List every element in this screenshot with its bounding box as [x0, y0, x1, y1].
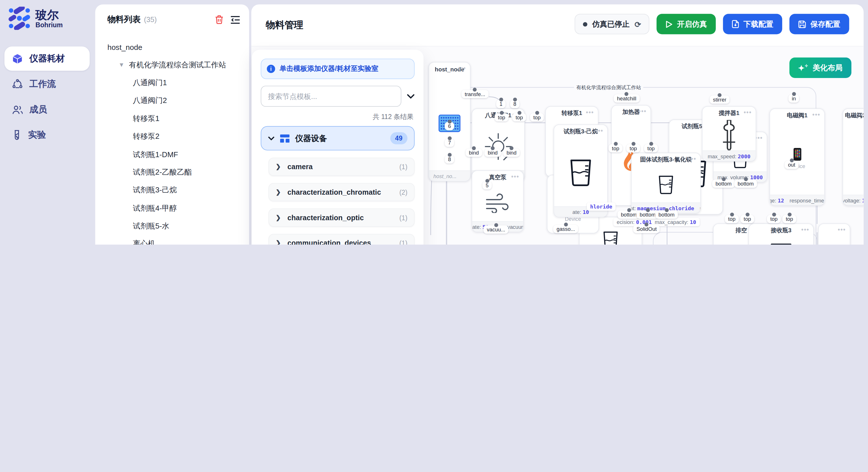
port-chip-1[interactable]: 1 [496, 100, 506, 108]
group-label: 有机化学流程综合测试工作站 [574, 84, 643, 91]
node-menu-icon[interactable]: ••• [744, 109, 752, 115]
trash-icon[interactable] [215, 15, 224, 24]
tree-item[interactable]: 试剂瓶2-乙酸乙酯 [107, 164, 245, 181]
node-menu-icon[interactable]: ••• [812, 111, 820, 118]
main-header: 物料管理 仿真已停止 ⟳ 开启仿真 下载配置 保存配置 [251, 4, 864, 46]
chevron-down-icon [268, 136, 274, 140]
template-category-characterization_optic[interactable]: ❯characterization_optic(1) [268, 208, 414, 227]
node-menu-icon[interactable]: ••• [595, 127, 603, 134]
node-menu-icon[interactable]: ••• [688, 156, 696, 162]
port-chip-top[interactable]: top [782, 215, 797, 223]
node-menu-icon[interactable]: ••• [856, 111, 864, 118]
port-chip-top[interactable]: top [725, 215, 739, 223]
tree-item[interactable]: 试剂瓶5-水 [107, 217, 245, 235]
canvas-node-接收瓶3[interactable]: 接收瓶3•••max_volume: 250 [748, 224, 814, 245]
sidebar-item-members[interactable]: 成员 [4, 97, 90, 122]
node-title: 转移泵1••• [546, 107, 598, 120]
port-chip-5[interactable]: 5 [482, 181, 492, 190]
node-menu-icon[interactable]: ••• [458, 65, 466, 71]
port-chip-out[interactable]: out [785, 161, 799, 169]
port-chip-8[interactable]: 8 [445, 155, 454, 164]
sidebar-item-workflow[interactable]: 工作流 [4, 72, 90, 96]
port-chip-bind[interactable]: bind [466, 148, 482, 157]
save-config-button[interactable]: 保存配置 [789, 14, 849, 34]
search-input[interactable] [260, 86, 401, 107]
beaker-icon [568, 158, 594, 187]
node-menu-icon[interactable]: ••• [838, 226, 846, 233]
workflow-icon [12, 79, 23, 90]
tree-item-group[interactable]: ▼有机化学流程综合测试工作站 [107, 56, 245, 74]
port-chip-in[interactable]: in [788, 94, 799, 103]
node-menu-icon[interactable]: ••• [639, 108, 647, 114]
port-chip-8[interactable]: 8 [510, 100, 520, 108]
port-chip-top[interactable]: top [626, 144, 640, 152]
beautify-layout-button[interactable]: ✦✧ 美化布局 [789, 58, 851, 78]
port-chip-top[interactable]: top [609, 144, 623, 152]
port-chip-7[interactable]: 7 [445, 138, 454, 147]
canvas-node-电磁阀2[interactable]: 电磁阀2•••voltage: 12 [842, 108, 863, 206]
canvas-node-搅拌器1[interactable]: 搅拌器1•••max_speed: 2000 [702, 106, 756, 162]
port-chip-top[interactable]: top [740, 215, 754, 223]
canvas-node-固体试剂瓶3-氯化镁[interactable]: 固体试剂瓶3-氯化镁•••agent: magnesium_chlorideph… [631, 153, 701, 213]
layout-grid-icon [280, 134, 290, 142]
node-menu-icon[interactable]: ••• [801, 226, 809, 233]
port-chip-bottom[interactable]: bottom [734, 179, 757, 188]
port-chip-top[interactable]: top [530, 113, 544, 121]
simulation-status-pill: 仿真已停止 ⟳ [575, 14, 649, 34]
node-menu-icon[interactable]: ••• [586, 109, 594, 115]
port-chip-top[interactable]: top [644, 144, 658, 152]
outdent-icon[interactable] [230, 15, 240, 24]
node-menu-icon[interactable]: ••• [511, 173, 519, 180]
sidebar-item-label: 工作流 [29, 78, 56, 90]
port-chip-SolidOut[interactable]: SolidOut [633, 225, 660, 233]
tree-item[interactable]: 试剂瓶3-己烷 [107, 181, 245, 199]
sidebar: 玻尔 Bohrium 仪器耗材工作流成员实验 实验室 [0, 0, 95, 245]
port-chip-vacuu[interactable]: vacuu... [484, 225, 508, 234]
template-category-characterization_chromatic[interactable]: ❯characterization_chromatic(2) [268, 183, 414, 201]
tree-item[interactable]: 试剂瓶4-甲醇 [107, 199, 245, 217]
sidebar-item-instruments[interactable]: 仪器耗材 [4, 46, 90, 71]
category-list: ❯camera(1)❯characterization_chromatic(2)… [260, 158, 414, 245]
play-icon [665, 20, 673, 28]
status-label: 仿真已停止 [592, 19, 629, 29]
tree-item[interactable]: 转移泵2 [107, 128, 245, 145]
port-chip-bind[interactable]: bind [485, 148, 501, 157]
tree-item-label: 转移泵2 [133, 132, 160, 142]
tree-item-label: 转移泵1 [133, 114, 160, 124]
port-chip-6[interactable]: 6 [445, 122, 454, 130]
sidebar-item-experiments[interactable]: 实验 [4, 123, 90, 147]
port-chip-stirrer[interactable]: stirrer [710, 96, 730, 104]
chevron-down-icon[interactable]: ▼ [119, 61, 125, 68]
category-label: 仪器设备 [295, 133, 384, 144]
canvas-node-card[interactable]: ••• [818, 224, 850, 245]
node-title: 电磁阀1••• [770, 109, 825, 122]
canvas-node-电磁阀1[interactable]: 电磁阀1•••Devicevoltage: 12response_time: 0… [770, 108, 825, 206]
refresh-icon[interactable]: ⟳ [634, 20, 641, 28]
tree-item[interactable]: 八通阀门1 [107, 74, 245, 92]
app-root: 玻尔 Bohrium 仪器耗材工作流成员实验 实验室 物料列表 (35) ho [0, 0, 868, 245]
category-instruments[interactable]: 仪器设备 49 [260, 126, 414, 150]
canvas-node-真空泵[interactable]: 真空泵•••ump_rate: 50max_vacuum: 0.1 [472, 170, 524, 232]
chevron-down-icon[interactable] [407, 94, 415, 99]
template-category-camera[interactable]: ❯camera(1) [268, 158, 414, 176]
port-chip-top[interactable]: top [767, 215, 781, 223]
tree-item[interactable]: 转移泵1 [107, 110, 245, 128]
port-chip-top[interactable]: top [513, 113, 526, 121]
tree-item-root[interactable]: host_node [107, 38, 245, 56]
template-category-communication_devices[interactable]: ❯communication_devices(1) [268, 234, 414, 245]
port-chip-top[interactable]: top [495, 113, 508, 121]
port-chip-bind[interactable]: bind [503, 148, 520, 157]
tree-item[interactable]: 八通阀门2 [107, 92, 245, 109]
port-chip-bottom[interactable]: bottom [655, 210, 678, 219]
port-chip-transfe[interactable]: transfe... [462, 90, 489, 98]
chevron-right-icon: ❯ [276, 189, 281, 196]
port-chip-gasso[interactable]: gasso... [553, 225, 578, 233]
port-chip-bottom[interactable]: bottom [712, 179, 735, 188]
node-title: 搅拌器1••• [702, 107, 755, 120]
port-chip-heatchill[interactable]: heatchill [614, 94, 640, 103]
tree-item[interactable]: 离心机 [107, 235, 245, 245]
download-config-button[interactable]: 下载配置 [723, 14, 782, 34]
sidebar-item-label: 仪器耗材 [29, 53, 65, 65]
start-simulation-button[interactable]: 开启仿真 [656, 14, 716, 34]
tree-item[interactable]: 试剂瓶1-DMF [107, 146, 245, 164]
